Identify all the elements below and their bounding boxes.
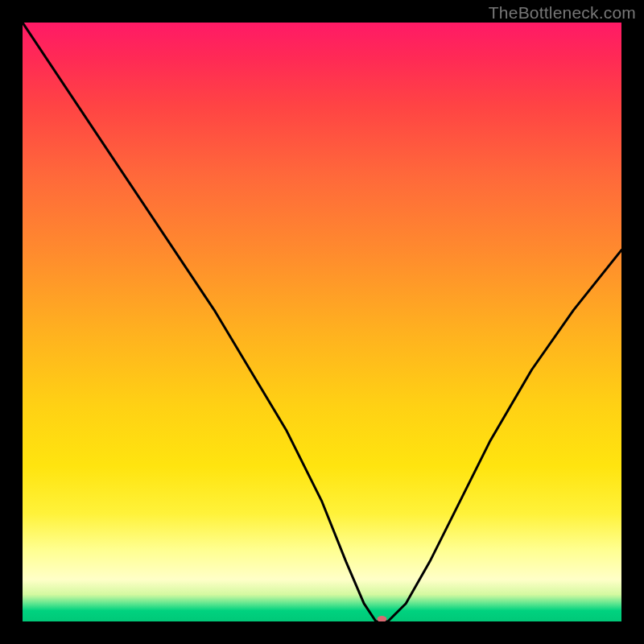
bottleneck-marker: [377, 616, 386, 621]
chart-container: TheBottleneck.com: [0, 0, 644, 644]
chart-svg: [23, 23, 621, 621]
bottleneck-curve: [23, 23, 621, 621]
plot-area: [23, 23, 621, 621]
watermark-text: TheBottleneck.com: [489, 3, 636, 23]
